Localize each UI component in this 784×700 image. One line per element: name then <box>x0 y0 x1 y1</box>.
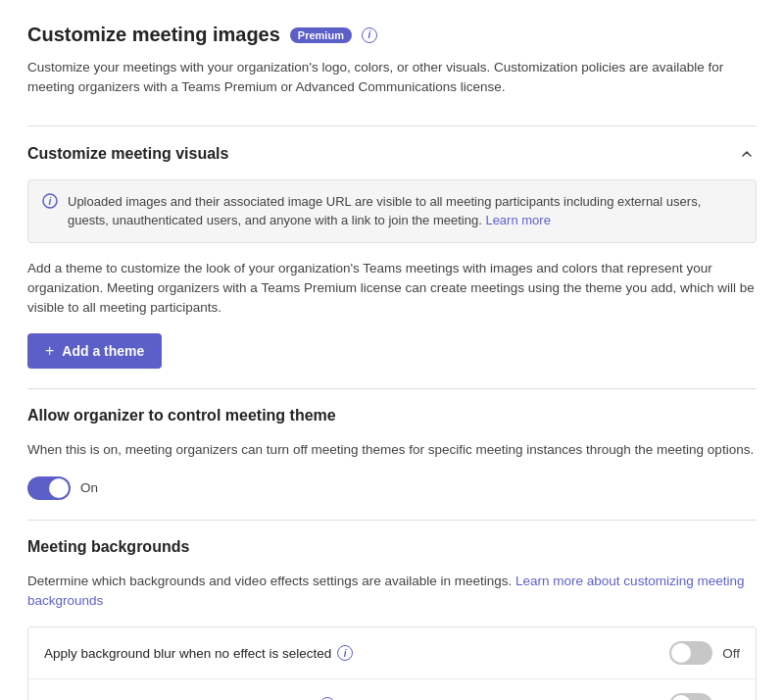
svg-text:i: i <box>49 196 52 207</box>
customize-visuals-section: Customize meeting visuals i Uploaded ima… <box>27 125 757 370</box>
blur-setting-right: Off <box>669 641 740 665</box>
info-box-text: Uploaded images and their associated ima… <box>68 192 742 230</box>
section-visuals-header: Customize meeting visuals <box>27 144 757 164</box>
organizer-toggle-row: On <box>27 476 757 500</box>
organizer-toggle-thumb <box>49 478 69 498</box>
organizer-toggle[interactable] <box>27 476 71 500</box>
section-backgrounds-header: Meeting backgrounds <box>27 538 757 556</box>
org-images-toggle-thumb <box>671 695 691 700</box>
page-title: Customize meeting images <box>27 24 280 46</box>
visuals-info-box: i Uploaded images and their associated i… <box>27 179 757 243</box>
blur-toggle-thumb <box>671 643 691 663</box>
organizer-toggle-label: On <box>80 480 98 495</box>
section-backgrounds-title: Meeting backgrounds <box>27 538 189 556</box>
info-learn-more-link[interactable]: Learn more <box>485 213 550 227</box>
blur-setting-label: Apply background blur when no effect is … <box>44 646 331 661</box>
blur-info-icon[interactable]: i <box>337 645 353 661</box>
organizer-description: When this is on, meeting organizers can … <box>27 440 757 460</box>
blur-toggle-track[interactable] <box>669 641 712 665</box>
backgrounds-description: Determine which backgrounds and video ef… <box>27 572 757 612</box>
blur-toggle[interactable] <box>669 641 712 665</box>
organizer-toggle-track[interactable] <box>27 476 71 500</box>
org-images-toggle-track[interactable] <box>669 693 712 700</box>
page-header: Customize meeting images Premium i <box>27 24 757 46</box>
add-theme-button[interactable]: + Add a theme <box>27 333 162 369</box>
meeting-backgrounds-section: Meeting backgrounds Determine which back… <box>27 520 757 701</box>
section-organizer-title: Allow organizer to control meeting theme <box>27 407 336 425</box>
add-theme-label: Add a theme <box>62 343 144 359</box>
collapse-visuals-icon[interactable] <box>737 144 757 164</box>
org-images-setting-row: Use background images from my organizati… <box>28 679 756 700</box>
organizer-control-section: Allow organizer to control meeting theme… <box>27 388 757 499</box>
backgrounds-settings-box: Apply background blur when no effect is … <box>27 626 757 700</box>
blur-setting-row: Apply background blur when no effect is … <box>28 627 756 679</box>
info-box-icon: i <box>42 193 58 230</box>
blur-setting-label-group: Apply background blur when no effect is … <box>44 645 353 661</box>
plus-icon: + <box>45 342 54 360</box>
visuals-description: Add a theme to customize the look of you… <box>27 259 757 319</box>
premium-badge: Premium <box>290 27 352 43</box>
org-images-setting-right: Off <box>669 693 740 700</box>
section-visuals-title: Customize meeting visuals <box>27 145 228 163</box>
page-description: Customize your meetings with your organi… <box>27 58 733 98</box>
org-images-toggle[interactable] <box>669 693 712 700</box>
page-info-icon[interactable]: i <box>362 27 377 43</box>
blur-toggle-label: Off <box>722 646 740 661</box>
section-organizer-header: Allow organizer to control meeting theme <box>27 407 757 425</box>
